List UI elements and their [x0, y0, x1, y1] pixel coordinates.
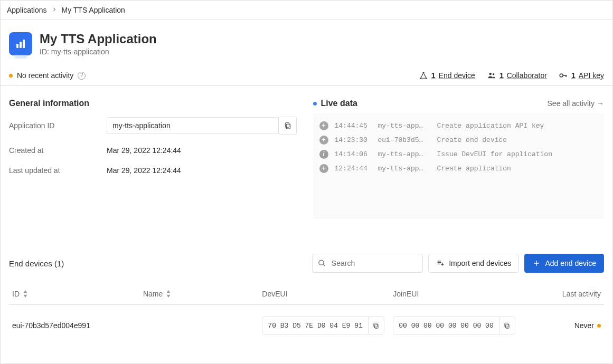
copy-app-id-button[interactable] — [279, 117, 297, 135]
svg-rect-17 — [506, 324, 509, 329]
status-dot-icon — [9, 74, 13, 78]
general-info-title: General information — [9, 99, 300, 108]
import-end-devices-button[interactable]: Import end devices — [428, 254, 519, 273]
event-time: 14:44:45 — [335, 122, 372, 130]
live-data-event[interactable]: +12:24:44my-tts-app…Create application — [318, 161, 599, 176]
event-entity: my-tts-app… — [378, 150, 431, 158]
add-label: Add end device — [545, 259, 596, 267]
key-icon — [559, 71, 568, 80]
import-label: Import end devices — [449, 259, 511, 267]
svg-marker-13 — [167, 290, 171, 293]
svg-marker-11 — [24, 290, 27, 293]
plus-circle-icon: + — [319, 121, 328, 130]
app-id-value: my-tts-application — [51, 47, 109, 56]
api-key-label: API key — [579, 71, 604, 80]
device-deveui-cell: 70 B3 D5 7E D0 04 E9 91 — [259, 305, 390, 344]
live-data-event[interactable]: i14:14:06my-tts-app…Issue DevEUI for app… — [318, 147, 599, 161]
activity-status: No recent activity — [17, 71, 73, 80]
status-dot-icon — [597, 324, 601, 328]
updated-at-label: Last updated at — [9, 166, 107, 175]
app-id-prefix: ID: — [40, 47, 49, 56]
app-id-input[interactable] — [107, 117, 279, 134]
column-deveui: DevEUI — [259, 284, 390, 305]
event-time: 14:23:30 — [335, 136, 372, 144]
breadcrumb-current: My TTS Application — [62, 6, 125, 14]
live-pulse-icon — [313, 102, 317, 106]
device-name-cell — [140, 305, 259, 344]
plus-circle-icon: + — [319, 164, 328, 173]
breadcrumb-root-link[interactable]: Applications — [7, 6, 47, 14]
live-data-title: Live data — [321, 99, 357, 108]
svg-rect-1 — [20, 42, 22, 48]
svg-point-5 — [426, 78, 427, 79]
column-id-label: ID — [12, 290, 20, 298]
svg-rect-9 — [286, 124, 290, 129]
stat-collaborators[interactable]: 1 Collaborator — [487, 71, 547, 80]
info-icon: i — [319, 150, 328, 159]
svg-point-4 — [420, 78, 421, 79]
end-device-count: 1 — [431, 71, 436, 80]
collaborator-label: Collaborator — [507, 71, 547, 80]
svg-rect-0 — [16, 44, 18, 48]
svg-rect-16 — [374, 323, 377, 327]
add-end-device-button[interactable]: Add end device — [524, 254, 604, 273]
search-icon — [318, 258, 326, 268]
copy-icon — [284, 121, 292, 130]
svg-marker-12 — [24, 295, 27, 298]
svg-rect-10 — [285, 123, 289, 128]
people-icon — [487, 71, 496, 80]
search-field[interactable] — [312, 254, 423, 273]
device-joineui-cell: 00 00 00 00 00 00 00 00 — [390, 305, 521, 344]
arrow-right-icon: → — [597, 99, 604, 108]
svg-rect-15 — [375, 324, 378, 329]
hub-icon — [419, 71, 428, 80]
event-message: Create application — [437, 165, 598, 173]
search-input[interactable] — [331, 258, 417, 268]
copy-deveui-button[interactable] — [368, 317, 384, 334]
live-data-event[interactable]: +14:23:30eui-70b3d5…Create end device — [318, 133, 599, 147]
event-message: Issue DevEUI for application — [437, 150, 598, 158]
svg-point-3 — [422, 72, 424, 73]
event-entity: my-tts-app… — [378, 122, 431, 130]
svg-point-7 — [493, 73, 494, 75]
end-devices-section: End devices (1) Import end devices Add e… — [1, 244, 612, 344]
help-icon[interactable]: ? — [78, 72, 86, 80]
joineui-box: 00 00 00 00 00 00 00 00 — [393, 317, 515, 334]
copy-joineui-button[interactable] — [499, 317, 515, 334]
svg-marker-14 — [167, 295, 171, 298]
event-message: Create end device — [437, 136, 598, 144]
created-at-label: Created at — [9, 146, 107, 155]
column-last-activity: Last activity — [521, 284, 604, 305]
table-row[interactable]: eui-70b3d57ed004e99170 B3 D5 7E D0 04 E9… — [9, 305, 604, 344]
stat-api-keys[interactable]: 1 API key — [559, 71, 604, 80]
column-id-sort[interactable]: ID — [12, 290, 28, 298]
see-all-activity-link[interactable]: See all activity→ — [548, 99, 604, 108]
end-device-label: End device — [439, 71, 475, 80]
app-id-field — [107, 117, 297, 135]
general-information-section: General information Application ID Creat… — [9, 99, 300, 219]
column-joineui: JoinEUI — [390, 284, 521, 305]
event-entity: eui-70b3d5… — [378, 136, 431, 144]
svg-rect-2 — [23, 40, 25, 48]
last-activity-value: Never — [574, 321, 594, 330]
breadcrumb: Applications My TTS Application — [1, 1, 612, 20]
column-name-sort[interactable]: Name — [143, 290, 171, 298]
deveui-box: 70 B3 D5 7E D0 04 E9 91 — [262, 317, 384, 334]
joineui-value: 00 00 00 00 00 00 00 00 — [393, 318, 498, 333]
live-data-panel: +14:44:45my-tts-app…Create application A… — [313, 113, 605, 219]
page-header: My TTS Application ID: my-tts-applicatio… — [1, 20, 612, 65]
chevron-right-icon — [51, 6, 58, 14]
sort-icon — [166, 290, 171, 298]
device-last-activity-cell: Never — [521, 305, 604, 344]
stat-end-devices[interactable]: 1 End device — [419, 71, 475, 80]
status-bar: No recent activity ? 1 End device 1 Coll… — [1, 65, 612, 86]
end-devices-table: ID Name DevEUI JoinEUI Last activity — [9, 284, 604, 344]
event-message: Create application API key — [437, 122, 598, 130]
sort-icon — [23, 290, 28, 298]
end-devices-title: End devices (1) — [9, 259, 64, 268]
live-data-event[interactable]: +14:44:45my-tts-app…Create application A… — [318, 119, 599, 133]
app-id-label: Application ID — [9, 121, 107, 130]
see-all-label: See all activity — [548, 99, 595, 108]
event-entity: my-tts-app… — [378, 165, 431, 173]
plus-icon — [532, 259, 541, 267]
